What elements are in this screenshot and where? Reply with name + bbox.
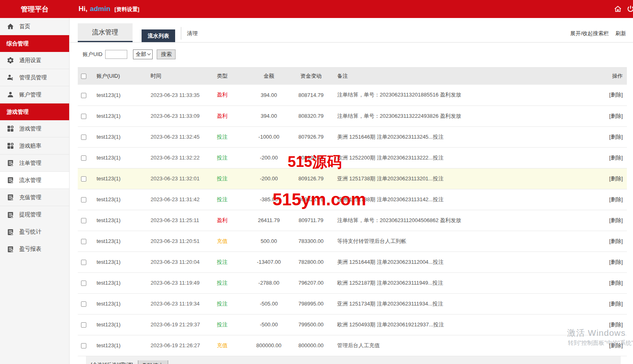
delete-link[interactable]: [删除] [609, 259, 623, 265]
sidebar-item-label: 首页 [19, 23, 30, 30]
delete-link[interactable]: [删除] [609, 134, 623, 140]
table-row: test123(1)2023-06-23 11:32:45投注-1000.008… [78, 126, 627, 147]
row-checkbox[interactable] [81, 176, 86, 182]
delete-link[interactable]: [删除] [609, 113, 623, 119]
table-row: test123(1)2023-06-23 11:25:11盈利26411.798… [78, 210, 627, 231]
delete-link[interactable]: [删除] [609, 321, 623, 328]
row-checkbox[interactable] [81, 155, 86, 161]
type-filter-select[interactable]: 全部 [133, 49, 153, 59]
sidebar-item-10[interactable]: 充值管理 [0, 189, 69, 206]
cell-time: 2023-06-23 11:32:22 [147, 147, 214, 168]
row-checkbox[interactable] [81, 93, 86, 98]
table-footer: [全选]/[反选]/[取消] 删除选中 [86, 356, 621, 364]
row-checkbox[interactable] [81, 343, 86, 348]
header-icons [614, 5, 633, 13]
sidebar-section-5: 游戏管理 [0, 103, 69, 120]
select-all-checkbox[interactable] [81, 74, 86, 79]
cell-note: 亚洲 1251734期 注单20230623111934...投注 [334, 293, 578, 314]
app-title: 管理平台 [0, 4, 70, 14]
cell-uid: test123(1) [93, 106, 147, 126]
cell-fund-change: 808320.79 [288, 106, 334, 126]
cell-time: 2023-06-23 11:25:11 [147, 210, 214, 231]
report-icon [7, 159, 14, 167]
delete-link[interactable]: [删除] [609, 301, 623, 307]
sidebar-section-label: 游戏管理 [7, 108, 29, 116]
sidebar-item-0[interactable]: 首页 [0, 18, 69, 35]
type-filter-value: 全部 [135, 51, 146, 58]
gear-icon [7, 56, 14, 64]
cell-time: 2023-06-19 21:29:37 [147, 314, 214, 335]
table-row: test123(1)2023-06-23 11:31:42投注-385.0080… [78, 189, 627, 210]
cell-time: 2023-06-23 11:33:35 [147, 85, 214, 106]
user-group-icon [7, 74, 14, 81]
sidebar-item-6[interactable]: 游戏管理 [0, 120, 69, 137]
row-checkbox[interactable] [81, 218, 86, 223]
sidebar-item-11[interactable]: 提现管理 [0, 206, 69, 223]
tab-clean[interactable]: 清理 [181, 27, 198, 40]
table-row: test123(1)2023-06-23 11:20:51充值500.00783… [78, 231, 627, 252]
cell-note: 欧洲 1250493期 注单20230619212937...投注 [334, 314, 578, 335]
delete-link[interactable]: [删除] [609, 155, 623, 161]
sidebar-item-2[interactable]: 通用设置 [0, 52, 69, 69]
report-icon [7, 193, 14, 201]
cell-type-badge: 投注 [217, 155, 228, 161]
profile-settings-link[interactable]: [资料设置] [115, 6, 140, 13]
delete-link[interactable]: [删除] [609, 238, 623, 244]
user-greeting: Hi, admin [资料设置] [79, 5, 139, 13]
cell-amount: 394.00 [250, 106, 288, 126]
sidebar-item-8[interactable]: 注单管理 [0, 155, 69, 172]
row-checkbox[interactable] [81, 197, 86, 202]
col-header-type: 类型 [214, 67, 250, 85]
refresh-link[interactable]: 刷新 [615, 30, 626, 37]
cell-time: 2023-06-23 11:32:45 [147, 126, 214, 147]
toggle-search-link[interactable]: 展开/收起搜索栏 [570, 30, 609, 37]
cell-note: 亚洲 1251738期 注单20230623113142...投注 [334, 189, 578, 210]
sidebar: 首页综合管理通用设置管理员管理账户管理游戏管理游戏管理游戏赔率注单管理流水管理充… [0, 18, 70, 364]
sidebar-item-3[interactable]: 管理员管理 [0, 69, 69, 86]
delete-link[interactable]: [删除] [609, 92, 623, 98]
sidebar-item-9[interactable]: 流水管理 [0, 172, 69, 189]
search-button[interactable]: 搜索 [157, 49, 176, 59]
sidebar-section-1: 综合管理 [0, 35, 69, 52]
greeting-text: Hi, [79, 5, 88, 13]
cell-amount: -500.00 [250, 314, 288, 335]
sidebar-item-label: 管理员管理 [19, 74, 47, 81]
delete-link[interactable]: [删除] [609, 196, 623, 202]
delete-selected-button[interactable]: 删除选中 [138, 360, 168, 364]
sidebar-item-7[interactable]: 游戏赔率 [0, 137, 69, 155]
select-all-invert-cancel-links[interactable]: [全选]/[反选]/[取消] [91, 360, 133, 364]
page-tab-flow-management[interactable]: 流水管理 [78, 23, 133, 42]
row-checkbox[interactable] [81, 322, 86, 328]
account-uid-input[interactable] [105, 50, 127, 59]
sidebar-item-13[interactable]: 盈亏报表 [0, 240, 69, 258]
sidebar-item-12[interactable]: 盈亏统计 [0, 223, 69, 240]
delete-link[interactable]: [删除] [609, 342, 623, 348]
delete-link[interactable]: [删除] [609, 280, 623, 286]
cell-uid: test123(1) [93, 314, 147, 335]
cell-amount: -13407.00 [250, 252, 288, 272]
cell-uid: test123(1) [93, 335, 147, 356]
power-icon[interactable] [626, 5, 633, 13]
cell-fund-change: 783300.00 [288, 231, 334, 252]
tab-flow-list[interactable]: 流水列表 [142, 29, 175, 42]
row-checkbox[interactable] [81, 281, 86, 286]
cell-type-badge: 充值 [217, 238, 228, 244]
row-checkbox[interactable] [81, 260, 86, 265]
col-header-action: 操作 [578, 67, 627, 85]
delete-link[interactable]: [删除] [609, 217, 623, 223]
delete-link[interactable]: [删除] [609, 175, 623, 182]
cell-fund-change: 807926.79 [288, 126, 334, 147]
row-checkbox[interactable] [81, 114, 86, 119]
row-checkbox[interactable] [81, 239, 86, 244]
row-checkbox[interactable] [81, 135, 86, 140]
cell-type-badge: 投注 [217, 196, 228, 202]
cell-fund-change: 798995.00 [288, 293, 334, 314]
sidebar-item-4[interactable]: 账户管理 [0, 86, 69, 103]
home-icon[interactable] [614, 5, 622, 13]
cell-fund-change: 782800.00 [288, 252, 334, 272]
cell-type-badge: 充值 [217, 342, 228, 348]
table-row: test123(1)2023-06-23 11:32:22投注-200.0080… [78, 147, 627, 168]
row-checkbox[interactable] [81, 301, 86, 307]
cell-amount: -200.00 [250, 147, 288, 168]
search-bar: 账户UID 全部 搜索 [70, 43, 633, 60]
